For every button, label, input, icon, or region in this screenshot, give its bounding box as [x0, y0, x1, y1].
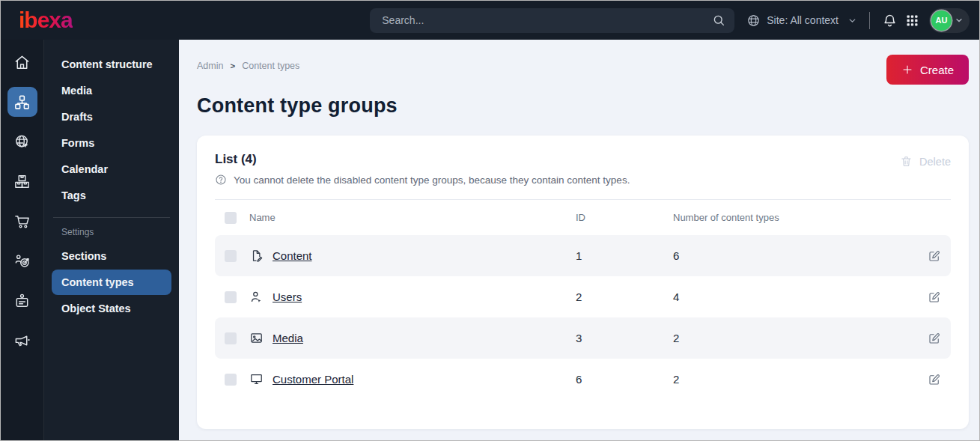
rail-personalization-icon[interactable] — [7, 246, 37, 276]
row-id: 2 — [576, 291, 673, 303]
edit-icon — [928, 249, 941, 263]
notifications-bell-icon[interactable] — [882, 13, 898, 28]
avatar: AU — [931, 10, 952, 31]
monitor-icon — [249, 372, 264, 386]
create-button[interactable]: Create — [886, 55, 969, 85]
topbar: ibexa Site: All context AU — [1, 1, 979, 40]
rail-dashboard-home-icon[interactable] — [7, 47, 37, 77]
delete-button-label: Delete — [919, 156, 951, 168]
logo[interactable]: ibexa — [1, 9, 179, 31]
table-header: Name ID Number of content types — [215, 199, 951, 235]
sidebar-item-media[interactable]: Media — [52, 78, 171, 103]
page-title: Content type groups — [197, 94, 969, 118]
sidebar-item-content-structure[interactable]: Content structure — [52, 52, 171, 77]
list-info: You cannot delete the disabled content t… — [215, 174, 630, 186]
list-info-text: You cannot delete the disabled content t… — [234, 174, 630, 186]
sidebar-item-forms[interactable]: Forms — [52, 130, 171, 156]
rail-content-icon[interactable] — [7, 87, 37, 117]
content-type-groups-card: List (4) You cannot delete the disabled … — [197, 136, 969, 429]
edit-row-button[interactable] — [918, 332, 951, 345]
sidebar-menu: Content structure Media Drafts Forms Cal… — [44, 40, 179, 440]
column-header-count: Number of content types — [673, 212, 918, 223]
row-id: 3 — [576, 332, 673, 344]
topbar-divider — [869, 12, 870, 29]
breadcrumb-current: Content types — [242, 61, 299, 71]
breadcrumb-admin[interactable]: Admin — [197, 61, 223, 71]
content-type-groups-table: Name ID Number of content types Content … — [215, 199, 951, 400]
global-search — [370, 8, 734, 33]
sidebar-item-object-states[interactable]: Object States — [52, 296, 171, 321]
search-icon[interactable] — [712, 13, 725, 27]
row-count: 2 — [673, 332, 918, 344]
sidebar-divider — [53, 217, 170, 218]
column-header-name: Name — [249, 212, 576, 223]
list-title: List (4) — [215, 152, 630, 167]
row-count: 2 — [673, 373, 918, 386]
table-row: Users 2 4 — [215, 276, 951, 317]
row-id: 6 — [576, 373, 673, 386]
sidebar-item-calendar[interactable]: Calendar — [52, 156, 171, 182]
search-input[interactable] — [382, 14, 712, 26]
site-context-selector[interactable]: Site: All context — [746, 13, 857, 28]
chevron-down-icon — [847, 16, 857, 25]
app-grid-icon[interactable] — [904, 13, 920, 28]
table-row: Content 1 6 — [215, 235, 951, 276]
topbar-right: Site: All context AU — [746, 8, 979, 33]
edit-icon — [928, 332, 941, 345]
rail-announcements-megaphone-icon[interactable] — [7, 325, 37, 355]
edit-row-button[interactable] — [918, 249, 951, 263]
rail-commerce-cart-icon[interactable] — [7, 206, 37, 236]
trash-icon — [900, 155, 913, 168]
row-checkbox[interactable] — [225, 291, 237, 303]
row-count: 4 — [673, 291, 918, 303]
column-header-id: ID — [576, 212, 673, 223]
row-link-customer-portal[interactable]: Customer Portal — [273, 373, 353, 386]
row-checkbox[interactable] — [225, 332, 237, 344]
row-checkbox[interactable] — [225, 374, 237, 386]
breadcrumb-separator: > — [230, 61, 235, 70]
sidebar-item-tags[interactable]: Tags — [52, 183, 171, 208]
image-icon — [249, 331, 264, 345]
table-row: Customer Portal 6 2 — [215, 359, 951, 400]
row-link-users[interactable]: Users — [273, 291, 302, 303]
edit-icon — [928, 291, 941, 304]
user-icon — [249, 290, 264, 304]
file-edit-icon — [249, 249, 264, 263]
breadcrumb: Admin > Content types — [197, 61, 299, 71]
row-count: 6 — [673, 249, 918, 262]
row-id: 1 — [576, 249, 673, 262]
sidebar-item-drafts[interactable]: Drafts — [52, 104, 171, 130]
table-row: Media 3 2 — [215, 317, 951, 359]
create-button-label: Create — [920, 64, 954, 76]
rail-site-icon[interactable] — [7, 127, 37, 156]
delete-button[interactable]: Delete — [900, 155, 951, 168]
sidebar-item-sections[interactable]: Sections — [52, 243, 171, 269]
rail-products-icon[interactable] — [7, 166, 37, 196]
edit-icon — [928, 373, 941, 386]
icon-rail — [1, 40, 44, 440]
user-menu[interactable]: AU — [929, 8, 970, 33]
site-context-label: Site: All context — [767, 14, 839, 26]
help-question-icon — [215, 174, 227, 186]
select-all-checkbox[interactable] — [225, 212, 237, 224]
ibexa-logo-text: ibexa — [19, 7, 73, 32]
main-content: Admin > Content types Create Content typ… — [179, 40, 979, 440]
row-link-media[interactable]: Media — [273, 332, 303, 344]
row-checkbox[interactable] — [225, 250, 237, 262]
edit-row-button[interactable] — [918, 291, 951, 304]
edit-row-button[interactable] — [918, 373, 951, 386]
globe-icon — [746, 13, 761, 28]
app-window: ibexa Site: All context AU — [0, 0, 980, 441]
rail-admin-badge-icon[interactable] — [7, 285, 37, 315]
sidebar-section-settings: Settings — [52, 224, 171, 243]
plus-icon — [901, 64, 913, 76]
chevron-down-icon — [955, 16, 964, 25]
sidebar-item-content-types[interactable]: Content types — [52, 270, 171, 295]
row-link-content[interactable]: Content — [273, 249, 312, 262]
